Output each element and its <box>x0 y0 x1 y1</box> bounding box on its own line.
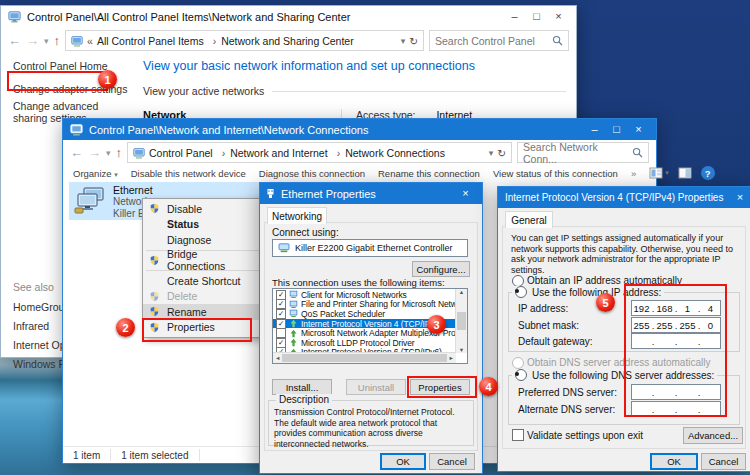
breadcrumb-item[interactable]: Network and Internet <box>217 147 328 159</box>
tab-networking[interactable]: Networking <box>267 207 327 224</box>
tab-general[interactable]: General <box>505 211 553 228</box>
menu-item-disable[interactable]: Disable <box>143 201 263 217</box>
horizontal-scrollbar[interactable]: ◄► <box>273 352 456 363</box>
scroll-right-icon[interactable]: ► <box>449 355 454 361</box>
protocol-icon <box>289 338 298 347</box>
radio-obtain-dns[interactable] <box>512 357 524 369</box>
up-button[interactable]: ↑ <box>116 145 123 160</box>
menu-item-bridge-connections[interactable]: Bridge Connections <box>143 253 263 269</box>
control-panel-icon <box>8 10 21 23</box>
up-button[interactable]: ↑ <box>54 33 61 48</box>
toolbar-overflow-icon[interactable]: » <box>631 168 636 179</box>
diagnose-connection-button[interactable]: Diagnose this connection <box>259 168 365 179</box>
step-badge-5: 5 <box>596 293 615 312</box>
highlight-box-properties-button <box>407 376 477 398</box>
radio-use-dns[interactable] <box>515 369 527 381</box>
search-input[interactable]: Search Network Conn... <box>517 142 649 163</box>
back-button[interactable]: ← <box>8 33 21 48</box>
close-button[interactable]: × <box>548 7 569 26</box>
menu-item-delete[interactable]: Delete <box>143 289 263 305</box>
checkbox-checked[interactable]: ✓ <box>276 309 286 319</box>
scroll-left-icon[interactable]: ◄ <box>275 355 280 361</box>
adapter-name-box: Killer E2200 Gigabit Ethernet Controller <box>272 239 468 257</box>
minimize-button[interactable]: – <box>504 7 525 26</box>
maximize-button[interactable]: □ <box>526 7 547 26</box>
uac-shield-icon <box>149 255 160 266</box>
close-button[interactable]: × <box>628 120 649 139</box>
uac-shield-icon <box>149 291 160 302</box>
scrollbar-thumb[interactable] <box>457 312 466 330</box>
checkbox-checked[interactable]: ✓ <box>276 338 286 348</box>
uninstall-button[interactable]: Uninstall <box>346 379 406 395</box>
radio-use-ip[interactable] <box>515 286 527 298</box>
preview-pane-icon[interactable] <box>678 167 692 179</box>
back-button[interactable]: ← <box>70 145 83 160</box>
step-badge-2: 2 <box>116 318 135 337</box>
alternate-dns-label: Alternate DNS server: <box>518 404 615 415</box>
cancel-button[interactable]: Cancel <box>701 453 746 470</box>
description-label: Description <box>276 394 332 405</box>
breadcrumb-item[interactable]: All Control Panel Items <box>97 35 204 47</box>
vertical-scrollbar[interactable]: ▲▼ <box>455 289 467 353</box>
divider <box>272 91 566 92</box>
recent-pages-dropdown[interactable]: ▾ <box>106 148 111 158</box>
view-options-icon <box>649 167 663 179</box>
recent-pages-dropdown[interactable]: ▾ <box>44 36 49 46</box>
rename-connection-button[interactable]: Rename this connection <box>378 168 480 179</box>
scroll-down-icon[interactable]: ▼ <box>459 347 464 353</box>
subnet-mask-label: Subnet mask: <box>518 320 579 331</box>
configure-button[interactable]: Configure... <box>412 261 470 277</box>
checkbox-checked[interactable]: ✓ <box>276 300 286 310</box>
breadcrumb-prefix: « <box>87 35 93 47</box>
ok-button[interactable]: OK <box>380 453 426 470</box>
close-button[interactable]: × <box>729 188 750 207</box>
breadcrumb-item[interactable]: Network Connections <box>332 147 445 159</box>
refresh-icon[interactable]: ↻ <box>497 147 506 159</box>
ethernet-plug-icon <box>266 188 275 199</box>
install-button[interactable]: Install... <box>272 379 332 395</box>
address-dropdown-icon[interactable]: ▾ <box>401 36 406 46</box>
close-button[interactable]: × <box>455 184 476 203</box>
breadcrumb[interactable]: Control Panel Network and Internet Netwo… <box>127 142 512 163</box>
advanced-button[interactable]: Advanced... <box>683 427 743 444</box>
menu-item-diagnose[interactable]: Diagnose <box>143 232 263 248</box>
preferred-dns-label: Preferred DNS server: <box>518 387 617 398</box>
description-text: Transmission Control Protocol/Internet P… <box>274 407 466 449</box>
control-panel-icon <box>71 35 83 47</box>
dialog-title: Ethernet Properties <box>281 188 376 200</box>
uac-shield-icon <box>149 203 160 214</box>
breadcrumb-item[interactable]: Network and Sharing Center <box>208 35 354 47</box>
refresh-icon[interactable]: ↻ <box>409 35 418 47</box>
protocol-icon <box>289 329 298 338</box>
checkbox-checked[interactable]: ✓ <box>276 290 286 300</box>
organize-menu[interactable]: Organize ▾ <box>73 168 118 179</box>
search-input[interactable]: Search Control Panel <box>429 30 569 51</box>
maximize-button[interactable]: □ <box>606 120 627 139</box>
scrollbar-thumb[interactable] <box>282 354 446 362</box>
list-item[interactable]: ✓Microsoft LLDP Protocol Driver <box>273 338 456 348</box>
view-status-button[interactable]: View status of this connection <box>493 168 618 179</box>
address-dropdown-icon[interactable]: ▾ <box>489 148 494 158</box>
checkbox-checked[interactable]: ✓ <box>276 319 286 329</box>
list-item[interactable]: ✓Client for Microsoft Networks <box>273 290 456 300</box>
breadcrumb[interactable]: « All Control Panel Items Network and Sh… <box>65 30 424 51</box>
menu-item-status[interactable]: Status <box>143 217 263 233</box>
view-options-button[interactable]: ▾ <box>649 167 669 179</box>
desktop: { "icons": {"back":"←","fwd":"→","up":"↑… <box>0 0 750 475</box>
forward-button[interactable]: → <box>88 145 101 160</box>
disable-device-button[interactable]: Disable this network device <box>131 168 246 179</box>
menu-item-create-shortcut[interactable]: Create Shortcut <box>143 273 263 289</box>
forward-button[interactable]: → <box>26 33 39 48</box>
validate-checkbox-label: Validate settings upon exit <box>527 430 643 441</box>
validate-checkbox[interactable] <box>512 429 524 441</box>
chevron-down-icon: ▾ <box>114 171 118 178</box>
context-menu: Disable Status Diagnose Bridge Connectio… <box>142 198 264 338</box>
breadcrumb-item[interactable]: Control Panel <box>149 147 213 159</box>
minimize-button[interactable]: – <box>584 120 605 139</box>
list-item[interactable]: ✓File and Printer Sharing for Microsoft … <box>273 300 456 310</box>
scroll-up-icon[interactable]: ▲ <box>459 289 464 295</box>
checkbox-unchecked[interactable] <box>276 328 286 338</box>
cancel-button[interactable]: Cancel <box>429 453 475 470</box>
help-icon[interactable]: ? <box>701 166 715 180</box>
ok-button[interactable]: OK <box>650 453 698 470</box>
